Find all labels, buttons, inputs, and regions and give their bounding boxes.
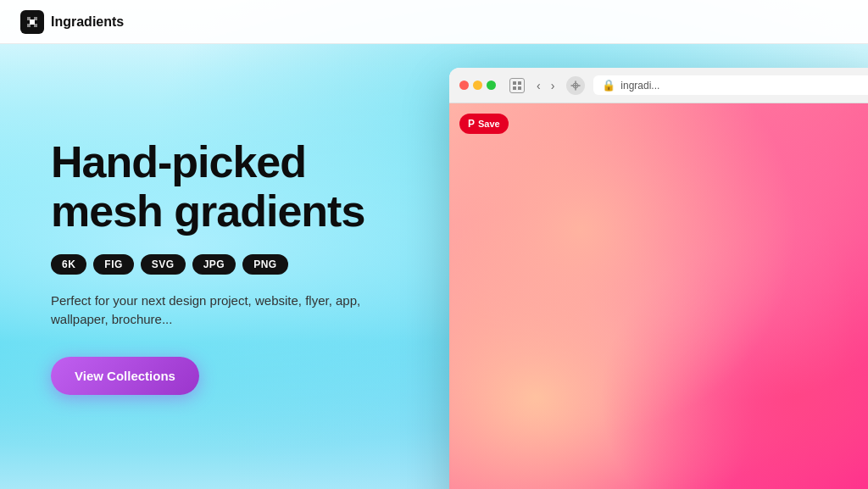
svg-rect-1 xyxy=(513,81,516,85)
maximize-dot[interactable] xyxy=(487,81,496,90)
browser-nav: ‹ › xyxy=(533,77,558,94)
browser-controls xyxy=(509,78,525,93)
hero-title: Hand-picked mesh gradients xyxy=(51,138,381,235)
hero-content: Hand-picked mesh gradients 6K FIG SVG JP… xyxy=(0,44,432,489)
format-badges: 6K FIG SVG JPG PNG xyxy=(51,254,381,275)
navbar: Ingradients xyxy=(0,0,868,44)
browser-content: P Save xyxy=(449,103,868,489)
browser-chrome: ‹ › 🔒 ingradi... xyxy=(449,68,868,103)
browser-dots xyxy=(459,81,496,90)
browser-address-bar[interactable]: 🔒 ingradi... xyxy=(593,75,868,95)
badge-png: PNG xyxy=(242,254,288,275)
view-collections-button[interactable]: View Collections xyxy=(51,357,199,395)
logo[interactable]: Ingradients xyxy=(20,10,124,34)
minimize-dot[interactable] xyxy=(473,81,482,90)
badge-svg: SVG xyxy=(141,254,186,275)
svg-rect-3 xyxy=(513,86,516,90)
badge-fig: FIG xyxy=(93,254,134,275)
svg-rect-4 xyxy=(518,86,521,90)
back-arrow[interactable]: ‹ xyxy=(533,77,544,94)
close-dot[interactable] xyxy=(459,81,469,90)
logo-icon xyxy=(20,10,44,34)
badge-jpg: JPG xyxy=(192,254,236,275)
badge-6k: 6K xyxy=(51,254,86,275)
theme-toggle[interactable] xyxy=(566,76,585,95)
save-label: Save xyxy=(478,119,500,129)
pinterest-icon: P xyxy=(468,118,475,130)
save-button[interactable]: P Save xyxy=(459,114,509,134)
address-text: ingradi... xyxy=(620,80,659,92)
svg-rect-2 xyxy=(518,81,521,85)
lock-icon: 🔒 xyxy=(602,79,615,92)
logo-text: Ingradients xyxy=(51,14,124,30)
tab-grid-icon[interactable] xyxy=(509,78,525,93)
browser-mockup: ‹ › 🔒 ingradi... P Save xyxy=(449,68,868,489)
gradient-preview xyxy=(449,103,868,489)
forward-arrow[interactable]: › xyxy=(548,77,559,94)
hero-description: Perfect for your next design project, we… xyxy=(51,292,373,330)
